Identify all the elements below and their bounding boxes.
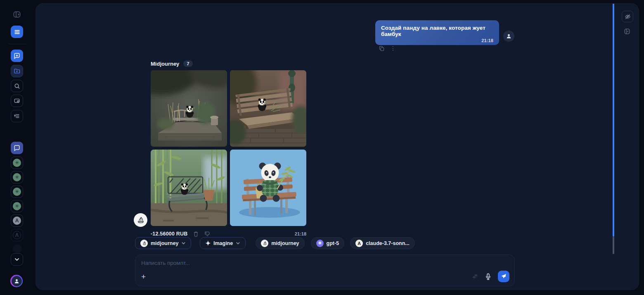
panel-collapse-icon: [623, 28, 631, 35]
chat-item-gpt-3[interactable]: ✳: [11, 186, 23, 198]
user-message-time: 21:18: [381, 38, 493, 43]
bot-message-time: 21:18: [295, 231, 306, 236]
image-count-badge: 7: [183, 60, 192, 67]
model-selector-row: midjourney ✦ Imagine midjourney ✳ gpt-5 …: [135, 237, 415, 249]
anthropic-logo-icon: A: [13, 216, 21, 225]
chevron-down-icon: [236, 241, 240, 245]
eye-off-icon: [625, 14, 631, 20]
chat-item-gpt-2[interactable]: ✳: [11, 171, 23, 183]
pill-label: Imagine: [213, 240, 233, 246]
pill-label: midjourney: [151, 240, 178, 246]
collapse-sidebar-button[interactable]: [623, 28, 631, 35]
openai-logo-icon: ✳: [13, 159, 21, 167]
chat-item-gpt-4[interactable]: ✳: [11, 200, 23, 212]
quick-model-claude[interactable]: A claude-3.7-sonn...: [350, 237, 415, 249]
user-message-actions: ⋮: [379, 45, 396, 51]
sparkles-icon: ✦: [205, 240, 211, 246]
microphone-icon[interactable]: [485, 273, 491, 280]
generation-cost: -12.56000 RUB: [151, 231, 187, 237]
generated-image-1[interactable]: [151, 70, 227, 147]
user-message-text: Создай панду на лавке, которая жует бамб…: [381, 25, 485, 37]
media-generation-button[interactable]: [11, 95, 23, 107]
user-avatar: [503, 31, 514, 42]
mode-select-imagine[interactable]: ✦ Imagine: [200, 237, 246, 249]
chat-panel: Создай панду на лавке, которая жует бамб…: [36, 3, 639, 290]
expand-chat-list-button[interactable]: [11, 253, 23, 266]
paper-plane-icon: [501, 274, 507, 279]
scroll-progress-indicator: [613, 4, 614, 237]
quick-model-midjourney[interactable]: midjourney: [256, 237, 304, 249]
midjourney-avatar: [134, 213, 147, 227]
generated-image-2[interactable]: [230, 70, 306, 147]
provider-logo-icon: Λ: [13, 231, 21, 239]
app-logo-menu-button[interactable]: [11, 26, 23, 38]
person-icon: [12, 276, 22, 286]
scrollbar-thumb[interactable]: [613, 237, 614, 254]
bot-model-name: Midjourney: [151, 61, 179, 67]
anthropic-logo-icon: A: [355, 240, 363, 247]
openai-logo-icon: ✳: [13, 188, 21, 196]
person-icon: [506, 33, 511, 39]
chat-item-hidden: [13, 244, 22, 253]
copy-icon[interactable]: [379, 46, 384, 51]
prompt-composer: +: [135, 255, 515, 286]
more-options-icon[interactable]: ⋮: [390, 45, 396, 51]
attach-plus-icon[interactable]: +: [141, 273, 146, 281]
generated-image-3[interactable]: [151, 150, 227, 226]
generated-image-grid: [151, 70, 306, 226]
thumbs-down-icon[interactable]: [204, 231, 210, 237]
user-message-row: Создай панду на лавке, которая жует бамб…: [375, 20, 499, 45]
openai-logo-icon: ✳: [13, 202, 21, 210]
pill-label: midjourney: [271, 240, 299, 246]
chat-item-gpt-1[interactable]: ✳: [11, 157, 23, 169]
openai-logo-icon: ✳: [13, 173, 21, 181]
queue-tasks-button[interactable]: [11, 110, 23, 122]
sidebar-divider: [9, 44, 27, 44]
search-button[interactable]: [11, 80, 23, 92]
chat-item-claude[interactable]: A: [11, 214, 23, 227]
insert-media-icon[interactable]: [471, 273, 478, 280]
prompt-input[interactable]: [141, 260, 509, 266]
bot-header: Midjourney 7: [151, 60, 193, 67]
current-chat-item[interactable]: [11, 142, 23, 154]
model-select-midjourney[interactable]: midjourney: [135, 237, 191, 249]
new-chat-button[interactable]: [11, 50, 23, 62]
sidebar-toggle-icon[interactable]: [11, 8, 23, 21]
pill-label: gpt-5: [327, 240, 339, 246]
delete-icon[interactable]: [193, 231, 199, 237]
hide-preview-button[interactable]: [622, 11, 633, 22]
chat-item-faded[interactable]: Λ: [11, 229, 23, 241]
send-button[interactable]: [498, 271, 509, 282]
chevron-down-icon: [181, 241, 186, 245]
midjourney-logo-icon: [140, 240, 148, 247]
generated-image-4[interactable]: [230, 150, 306, 226]
new-folder-button[interactable]: [11, 65, 23, 77]
composer-toolbar: +: [141, 271, 509, 282]
midjourney-sailboat-icon: [137, 216, 144, 224]
openai-logo-icon: ✳: [316, 240, 324, 247]
left-sidebar: ✳ ✳ ✳ ✳ A Λ: [0, 0, 36, 295]
midjourney-logo-icon: [261, 240, 268, 247]
user-profile-avatar[interactable]: [10, 275, 23, 287]
user-message-bubble: Создай панду на лавке, которая жует бамб…: [375, 20, 499, 45]
quick-model-gpt-5[interactable]: ✳ gpt-5: [311, 237, 345, 249]
pill-label: claude-3.7-sonn...: [366, 240, 410, 246]
bot-message-footer: -12.56000 RUB 21:18: [151, 230, 306, 238]
